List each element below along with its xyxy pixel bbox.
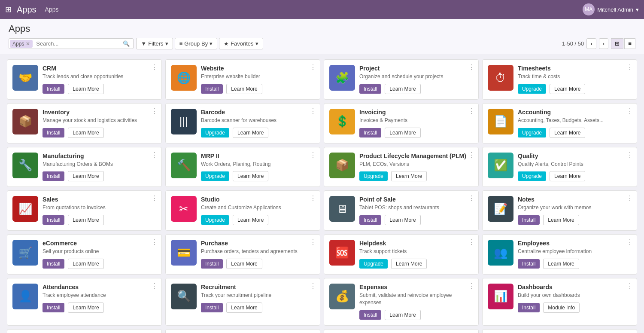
- app-icon-invoicing: 💲: [329, 109, 355, 134]
- pagination-text: 1-50 / 50: [562, 40, 584, 47]
- app-secondary-button-website[interactable]: Learn More: [226, 84, 262, 94]
- app-install-button-purchase[interactable]: Install: [201, 259, 223, 269]
- app-secondary-button-notes[interactable]: Learn More: [543, 215, 579, 225]
- app-secondary-button-attendances[interactable]: Learn More: [68, 302, 103, 313]
- prev-page-button[interactable]: ‹: [586, 38, 596, 49]
- app-secondary-button-crm[interactable]: Learn More: [68, 84, 103, 94]
- app-install-button-website[interactable]: Install: [201, 84, 223, 94]
- app-upgrade-button-studio[interactable]: Upgrade: [201, 215, 229, 225]
- app-secondary-button-pos[interactable]: Learn More: [385, 215, 420, 225]
- app-menu-purchase[interactable]: ⋮: [310, 238, 316, 246]
- app-menu-quality[interactable]: ⋮: [626, 151, 633, 159]
- app-actions-attendances: Install Learn More: [43, 302, 156, 313]
- app-menu-crm[interactable]: ⋮: [151, 63, 158, 71]
- groupby-button[interactable]: ≡ Group By ▾: [175, 38, 218, 49]
- search-tag-remove[interactable]: ✕: [26, 41, 30, 47]
- search-box[interactable]: Apps ✕ 🔍: [9, 38, 134, 49]
- app-install-button-attendances[interactable]: Install: [43, 303, 64, 312]
- app-menu-website[interactable]: ⋮: [310, 63, 316, 71]
- app-secondary-button-quality[interactable]: Learn More: [550, 171, 585, 181]
- app-info-crm: CRM Track leads and close opportunities …: [43, 65, 156, 94]
- app-menu-expenses[interactable]: ⋮: [468, 282, 475, 290]
- app-secondary-button-manufacturing[interactable]: Learn More: [68, 171, 103, 181]
- app-secondary-button-timesheets[interactable]: Learn More: [550, 84, 585, 94]
- app-secondary-button-ecommerce[interactable]: Learn More: [68, 259, 103, 269]
- app-secondary-button-mrp[interactable]: Learn More: [233, 171, 268, 181]
- app-upgrade-button-barcode[interactable]: Upgrade: [201, 128, 229, 137]
- search-icon[interactable]: 🔍: [119, 39, 133, 49]
- app-menu-employees[interactable]: ⋮: [626, 238, 633, 246]
- app-install-button-recruitment[interactable]: Install: [201, 303, 223, 312]
- app-install-button-ecommerce[interactable]: Install: [43, 259, 64, 269]
- app-menu-mrp[interactable]: ⋮: [310, 151, 316, 159]
- app-install-button-notes[interactable]: Install: [518, 215, 540, 225]
- app-secondary-button-inventory[interactable]: Learn More: [68, 128, 103, 138]
- app-secondary-button-helpdesk[interactable]: Learn More: [391, 259, 427, 269]
- app-install-button-pos[interactable]: Install: [359, 215, 381, 225]
- app-secondary-button-employees[interactable]: Learn More: [543, 259, 579, 269]
- app-upgrade-button-mrp[interactable]: Upgrade: [201, 171, 229, 181]
- app-install-button-inventory[interactable]: Install: [43, 128, 64, 137]
- app-menu-attendances[interactable]: ⋮: [151, 282, 158, 290]
- app-menu-manufacturing[interactable]: ⋮: [151, 151, 158, 159]
- app-menu-notes[interactable]: ⋮: [626, 194, 633, 202]
- app-secondary-button-plm[interactable]: Learn More: [391, 171, 427, 181]
- app-menu-accounting[interactable]: ⋮: [626, 107, 633, 115]
- user-dropdown-icon: ▾: [636, 6, 639, 13]
- app-menu-dashboards[interactable]: ⋮: [626, 282, 633, 290]
- app-secondary-button-sales[interactable]: Learn More: [68, 215, 103, 225]
- app-menu-invoicing[interactable]: ⋮: [468, 107, 475, 115]
- grid-icon[interactable]: ⊞: [5, 5, 12, 14]
- app-secondary-button-studio[interactable]: Learn More: [233, 215, 268, 225]
- app-install-button-project[interactable]: Install: [359, 84, 381, 94]
- app-upgrade-button-helpdesk[interactable]: Upgrade: [359, 259, 388, 269]
- app-menu-sales[interactable]: ⋮: [151, 194, 158, 202]
- app-upgrade-button-accounting[interactable]: Upgrade: [518, 128, 546, 137]
- app-install-button-crm[interactable]: Install: [43, 84, 64, 94]
- favorites-button[interactable]: ★ Favorites ▾: [219, 38, 263, 49]
- app-actions-website: Install Learn More: [201, 84, 315, 94]
- next-page-button[interactable]: ›: [599, 38, 608, 49]
- app-install-button-dashboards[interactable]: Install: [518, 303, 540, 312]
- app-menu-studio[interactable]: ⋮: [310, 194, 316, 202]
- app-menu-ecommerce[interactable]: ⋮: [151, 238, 158, 246]
- app-upgrade-button-quality[interactable]: Upgrade: [518, 171, 546, 181]
- app-menu-helpdesk[interactable]: ⋮: [468, 238, 475, 246]
- app-secondary-button-purchase[interactable]: Learn More: [226, 259, 262, 269]
- grid-view-button[interactable]: ⊞: [611, 38, 623, 49]
- app-menu-timesheets[interactable]: ⋮: [626, 63, 633, 71]
- app-menu-plm[interactable]: ⋮: [468, 151, 475, 159]
- app-menu-project[interactable]: ⋮: [468, 63, 475, 71]
- app-menu-pos[interactable]: ⋮: [468, 194, 475, 202]
- app-menu-recruitment[interactable]: ⋮: [310, 282, 316, 290]
- app-menu-barcode[interactable]: ⋮: [310, 107, 316, 115]
- app-upgrade-button-timesheets[interactable]: Upgrade: [518, 84, 546, 94]
- app-name-helpdesk: Helpdesk: [359, 240, 473, 247]
- app-install-button-employees[interactable]: Install: [518, 259, 540, 269]
- app-secondary-button-expenses[interactable]: Learn More: [385, 310, 420, 320]
- app-install-button-manufacturing[interactable]: Install: [43, 171, 64, 181]
- app-secondary-button-invoicing[interactable]: Learn More: [385, 128, 420, 138]
- app-secondary-button-accounting[interactable]: Learn More: [550, 128, 585, 138]
- filters-button[interactable]: ▼ Filters ▾: [136, 38, 173, 49]
- app-card-helpdesk: 🆘 Helpdesk Track support tickets Upgrade…: [324, 234, 479, 275]
- app-menu-inventory[interactable]: ⋮: [151, 107, 158, 115]
- app-secondary-button-dashboards[interactable]: Module Info: [543, 302, 580, 313]
- search-tag[interactable]: Apps ✕: [10, 40, 33, 48]
- app-install-button-sales[interactable]: Install: [43, 215, 64, 225]
- list-view-button[interactable]: ≡: [624, 38, 635, 49]
- app-actions-studio: Upgrade Learn More: [201, 215, 315, 225]
- app-install-button-invoicing[interactable]: Install: [359, 128, 381, 137]
- filter-icon: ▼: [141, 40, 146, 47]
- app-upgrade-button-plm[interactable]: Upgrade: [359, 171, 388, 181]
- user-menu[interactable]: MA Mitchell Admin ▾: [583, 3, 639, 15]
- app-secondary-button-barcode[interactable]: Learn More: [233, 128, 268, 138]
- app-secondary-button-project[interactable]: Learn More: [385, 84, 420, 94]
- search-input[interactable]: [33, 39, 119, 49]
- app-desc-inventory: Manage your stock and logistics activiti…: [43, 117, 156, 124]
- app-secondary-button-recruitment[interactable]: Learn More: [226, 302, 262, 313]
- app-card-pos: 🖥 Point of Sale Tablet POS: shops and re…: [324, 190, 479, 231]
- app-desc-pos: Tablet POS: shops and restaurants: [359, 204, 473, 211]
- app-actions-mrp: Upgrade Learn More: [201, 171, 315, 181]
- app-install-button-expenses[interactable]: Install: [359, 310, 381, 320]
